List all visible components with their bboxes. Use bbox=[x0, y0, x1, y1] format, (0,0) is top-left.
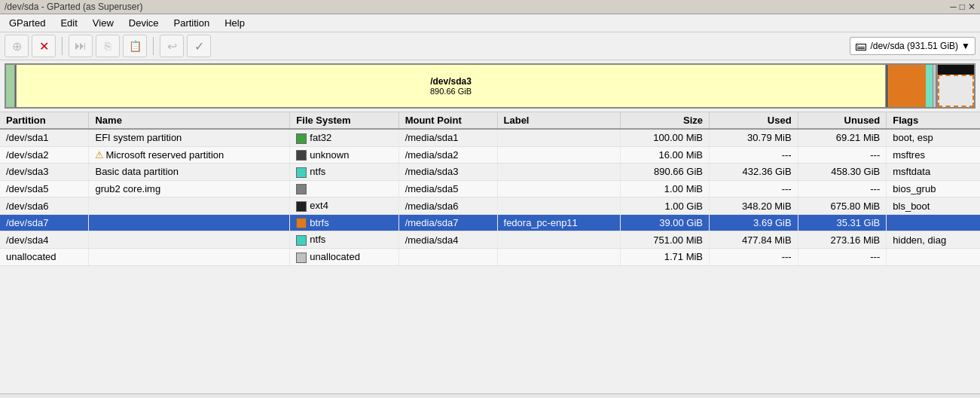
cell-name bbox=[89, 248, 290, 265]
cell-label bbox=[497, 180, 621, 197]
disk-seg-right-top bbox=[938, 65, 974, 75]
toolbar: ⊕ ✕ ⏭ ⎘ 📋 ↩ ✓ 🖴 /dev/sda (931.51 GiB) ▼ bbox=[0, 32, 980, 60]
disk-seg-right[interactable] bbox=[936, 65, 974, 107]
cell-fs bbox=[290, 180, 398, 197]
cell-mount bbox=[398, 248, 497, 265]
cell-flags: msftres bbox=[887, 146, 980, 164]
cell-partition: /dev/sda5 bbox=[0, 180, 89, 197]
disk-seg-sda7[interactable] bbox=[888, 65, 926, 107]
cell-label bbox=[497, 129, 621, 146]
partition-table: Partition Name File System Mount Point L… bbox=[0, 112, 980, 393]
toolbar-separator-1 bbox=[62, 37, 63, 55]
cell-partition: /dev/sda1 bbox=[0, 129, 89, 146]
table-body: /dev/sda1 EFI system partition fat32 /me… bbox=[0, 129, 980, 265]
disk-visual[interactable]: /dev/sda3 890.66 GiB bbox=[5, 63, 975, 109]
col-filesystem: File System bbox=[290, 112, 398, 129]
table-row[interactable]: unallocated unallocated 1.71 MiB --- --- bbox=[0, 248, 980, 265]
main-content: /dev/sda3 890.66 GiB Partition Name File… bbox=[0, 60, 980, 393]
cell-flags: bls_boot bbox=[887, 197, 980, 215]
menubar: GParted Edit View Device Partition Help bbox=[0, 14, 980, 32]
cell-mount: /media/sda4 bbox=[398, 231, 497, 249]
cell-used: 30.79 MiB bbox=[710, 129, 798, 146]
cell-size: 39.00 GiB bbox=[621, 214, 710, 231]
menu-edit[interactable]: Edit bbox=[54, 16, 83, 30]
cell-fs: btrfs bbox=[290, 214, 398, 231]
menu-device[interactable]: Device bbox=[123, 16, 165, 30]
table-row[interactable]: /dev/sda2 ⚠Microsoft reserved partition … bbox=[0, 146, 980, 164]
cell-label: fedora_pc-enp11 bbox=[497, 214, 621, 231]
col-label: Label bbox=[497, 112, 621, 129]
cell-unused: 69.21 MiB bbox=[798, 129, 887, 146]
disk-seg-sda1[interactable] bbox=[6, 65, 15, 107]
cell-flags: msftdata bbox=[887, 164, 980, 181]
col-name: Name bbox=[89, 112, 290, 129]
delete-icon: ✕ bbox=[39, 39, 49, 54]
cell-partition: /dev/sda2 bbox=[0, 146, 89, 164]
menu-view[interactable]: View bbox=[87, 16, 120, 30]
cell-used: 477.84 MiB bbox=[710, 231, 798, 249]
delete-button[interactable]: ✕ bbox=[32, 35, 56, 57]
statusbar: 0 operations pending bbox=[0, 393, 980, 398]
cell-flags: boot, esp bbox=[887, 129, 980, 146]
cell-size: 1.71 MiB bbox=[621, 248, 710, 265]
new-button[interactable]: ⊕ bbox=[5, 35, 29, 57]
col-size: Size bbox=[621, 112, 710, 129]
disk-seg-sda4[interactable] bbox=[926, 65, 933, 107]
table-row[interactable]: /dev/sda3 Basic data partition ntfs /med… bbox=[0, 164, 980, 181]
maximize-btn[interactable]: □ bbox=[960, 2, 965, 12]
disk-selector[interactable]: 🖴 /dev/sda (931.51 GiB) ▼ bbox=[850, 37, 975, 55]
cell-flags: hidden, diag bbox=[887, 231, 980, 249]
copy-button[interactable]: ⎘ bbox=[96, 35, 120, 57]
table-row[interactable]: /dev/sda4 ntfs /media/sda4 751.00 MiB 47… bbox=[0, 231, 980, 249]
apply-button[interactable]: ✓ bbox=[187, 35, 211, 57]
new-icon: ⊕ bbox=[12, 39, 22, 54]
paste-button[interactable]: 📋 bbox=[123, 35, 147, 57]
cell-unused: 458.30 GiB bbox=[798, 164, 887, 181]
cell-partition: /dev/sda3 bbox=[0, 164, 89, 181]
table-row[interactable]: /dev/sda1 EFI system partition fat32 /me… bbox=[0, 129, 980, 146]
cell-flags bbox=[887, 248, 980, 265]
cell-name bbox=[89, 197, 290, 215]
menu-help[interactable]: Help bbox=[218, 16, 251, 30]
table-row[interactable]: /dev/sda5 grub2 core.img /media/sda5 1.0… bbox=[0, 180, 980, 197]
cell-fs: unknown bbox=[290, 146, 398, 164]
table-row[interactable]: /dev/sda7 btrfs /media/sda7 fedora_pc-en… bbox=[0, 214, 980, 231]
cell-name: Basic data partition bbox=[89, 164, 290, 181]
cell-unused: 675.80 MiB bbox=[798, 197, 887, 215]
col-unused: Unused bbox=[798, 112, 887, 129]
cell-mount: /media/sda6 bbox=[398, 197, 497, 215]
cell-label bbox=[497, 164, 621, 181]
cell-label bbox=[497, 231, 621, 249]
cell-name bbox=[89, 214, 290, 231]
table-row[interactable]: /dev/sda6 ext4 /media/sda6 1.00 GiB 348.… bbox=[0, 197, 980, 215]
cell-name bbox=[89, 231, 290, 249]
skip-icon: ⏭ bbox=[75, 39, 87, 53]
disk-icon: 🖴 bbox=[855, 39, 867, 53]
cell-unused: --- bbox=[798, 180, 887, 197]
skip-button[interactable]: ⏭ bbox=[69, 35, 93, 57]
cell-size: 1.00 MiB bbox=[621, 180, 710, 197]
cell-used: 348.20 MiB bbox=[710, 197, 798, 215]
close-btn[interactable]: ✕ bbox=[968, 2, 975, 12]
minimize-btn[interactable]: ─ bbox=[950, 2, 957, 12]
cell-flags: bios_grub bbox=[887, 180, 980, 197]
cell-name: grub2 core.img bbox=[89, 180, 290, 197]
cell-unused: 35.31 GiB bbox=[798, 214, 887, 231]
undo-button[interactable]: ↩ bbox=[160, 35, 184, 57]
warn-icon: ⚠ bbox=[95, 149, 104, 161]
cell-partition: /dev/sda6 bbox=[0, 197, 89, 215]
cell-partition: /dev/sda4 bbox=[0, 231, 89, 249]
cell-name: ⚠Microsoft reserved partition bbox=[89, 146, 290, 164]
cell-unused: --- bbox=[798, 248, 887, 265]
disk-seg-sda3[interactable]: /dev/sda3 890.66 GiB bbox=[17, 65, 886, 107]
col-mount: Mount Point bbox=[398, 112, 497, 129]
cell-size: 1.00 GiB bbox=[621, 197, 710, 215]
col-flags: Flags bbox=[887, 112, 980, 129]
cell-partition: /dev/sda7 bbox=[0, 214, 89, 231]
menu-partition[interactable]: Partition bbox=[168, 16, 216, 30]
menu-gparted[interactable]: GParted bbox=[3, 16, 51, 30]
cell-fs: ntfs bbox=[290, 164, 398, 181]
cell-mount: /media/sda7 bbox=[398, 214, 497, 231]
cell-fs: fat32 bbox=[290, 129, 398, 146]
cell-size: 751.00 MiB bbox=[621, 231, 710, 249]
